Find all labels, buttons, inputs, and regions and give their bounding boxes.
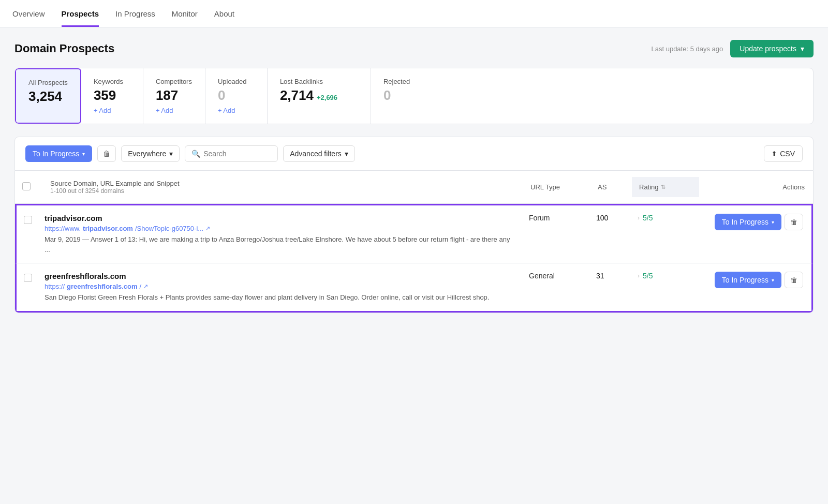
row-checkbox-cell-1	[17, 214, 37, 226]
sort-icon: ⇅	[661, 184, 666, 190]
stat-value-rejected: 0	[383, 87, 421, 103]
stat-value-lost: 2,714+2,696	[280, 87, 358, 103]
search-icon: 🔍	[191, 150, 200, 158]
stat-keywords[interactable]: Keywords 359 + Add	[81, 68, 143, 124]
nav-in-progress[interactable]: In Progress	[115, 0, 155, 27]
external-link-icon-1[interactable]: ↗	[205, 225, 210, 232]
external-link-icon-2[interactable]: ↗	[143, 283, 148, 290]
upload-icon: ⬆	[772, 150, 777, 157]
delete-button[interactable]: 🗑	[97, 145, 116, 162]
stat-label-rejected: Rejected	[383, 78, 421, 85]
nav-prospects[interactable]: Prospects	[62, 0, 99, 27]
th-source: Source Domain, URL Example and Snippet 1…	[36, 180, 523, 195]
row-checkbox-2[interactable]	[24, 274, 32, 282]
row-actions-2: To In Progress ▾ 🗑	[698, 272, 811, 288]
domain-url-1[interactable]: https://www.tripadvisor.com/ShowTopic-g6…	[45, 225, 514, 232]
stat-lost-backlinks[interactable]: Lost Backlinks 2,714+2,696	[268, 68, 371, 124]
search-input[interactable]	[203, 150, 271, 158]
chevron-down-icon: ▾	[82, 151, 85, 157]
row-actions-1: To In Progress ▾ 🗑	[698, 214, 811, 230]
domain-snippet-2: San Diego Florist Green Fresh Florals + …	[45, 292, 514, 303]
stat-add-keywords[interactable]: + Add	[94, 107, 130, 114]
stat-all-prospects[interactable]: All Prospects 3,254	[15, 68, 81, 124]
stat-uploaded[interactable]: Uploaded 0 + Add	[205, 68, 268, 124]
row-checkbox-1[interactable]	[24, 216, 32, 224]
header-row: Domain Prospects Last update: 5 days ago…	[14, 40, 814, 57]
chevron-right-icon: ›	[638, 272, 640, 279]
stat-label-competitors: Competitors	[156, 78, 193, 85]
to-in-progress-row-button-2[interactable]: To In Progress ▾	[715, 272, 781, 288]
th-as: AS	[590, 183, 632, 191]
stat-value-uploaded: 0	[218, 87, 255, 103]
th-rating[interactable]: Rating ⇅	[632, 177, 699, 197]
stat-label-keywords: Keywords	[94, 78, 130, 85]
chevron-down-icon: ▾	[169, 150, 173, 158]
row-urltype-2: General	[522, 272, 589, 280]
stat-value-keywords: 359	[94, 87, 130, 103]
chevron-down-icon: ▾	[345, 150, 348, 158]
stat-label-uploaded: Uploaded	[218, 78, 255, 85]
table-section: To In Progress ▾ 🗑 Everywhere ▾ 🔍 Advanc…	[14, 137, 814, 313]
delete-row-button-1[interactable]: 🗑	[785, 214, 803, 230]
select-all-checkbox[interactable]	[22, 182, 31, 190]
stat-label-all: All Prospects	[28, 79, 68, 86]
domain-snippet-1: Mar 9, 2019 — Answer 1 of 13: Hi, we are…	[45, 234, 514, 255]
domain-url-2[interactable]: https://greenfreshflorals.com/ ↗	[45, 283, 514, 290]
prospects-table: Source Domain, URL Example and Snippet 1…	[14, 171, 814, 313]
row-rating-2: › 5/5	[630, 272, 698, 280]
row-source-2: greenfreshflorals.com https://greenfresh…	[37, 272, 522, 303]
domain-name-1: tripadvisor.com	[45, 214, 514, 223]
table-row: greenfreshflorals.com https://greenfresh…	[15, 263, 813, 313]
top-navigation: Overview Prospects In Progress Monitor A…	[0, 0, 828, 27]
stat-label-lost: Lost Backlinks	[280, 78, 358, 85]
stat-value-competitors: 187	[156, 87, 193, 103]
row-rating-1: › 5/5	[630, 214, 698, 222]
table-row: tripadvisor.com https://www.tripadvisor.…	[15, 204, 813, 263]
table-meta: 1-100 out of 3254 domains	[50, 187, 509, 195]
stat-rejected[interactable]: Rejected 0	[371, 68, 433, 124]
th-actions: Actions	[699, 183, 813, 191]
domain-name-2: greenfreshflorals.com	[45, 272, 514, 280]
toolbar: To In Progress ▾ 🗑 Everywhere ▾ 🔍 Advanc…	[14, 137, 814, 171]
row-checkbox-cell-2	[17, 272, 37, 284]
table-header: Source Domain, URL Example and Snippet 1…	[15, 171, 813, 204]
to-in-progress-row-button-1[interactable]: To In Progress ▾	[715, 214, 781, 230]
main-content: Domain Prospects Last update: 5 days ago…	[0, 27, 828, 325]
trash-icon: 🗑	[103, 150, 110, 158]
stat-value-all: 3,254	[28, 88, 68, 105]
row-as-2: 31	[589, 272, 630, 280]
row-urltype-1: Forum	[522, 214, 589, 222]
stat-add-competitors[interactable]: + Add	[156, 107, 193, 114]
nav-monitor[interactable]: Monitor	[172, 0, 198, 27]
delete-row-button-2[interactable]: 🗑	[785, 272, 803, 288]
chevron-down-icon: ▾	[801, 45, 804, 53]
header-right: Last update: 5 days ago Update prospects…	[651, 40, 814, 57]
chevron-right-icon: ›	[638, 214, 640, 221]
page-title: Domain Prospects	[14, 42, 114, 55]
update-prospects-button[interactable]: Update prospects ▾	[730, 40, 814, 57]
stats-row: All Prospects 3,254 Keywords 359 + Add C…	[14, 68, 814, 124]
everywhere-dropdown[interactable]: Everywhere ▾	[121, 145, 180, 162]
stat-delta-lost: +2,696	[317, 94, 337, 101]
th-url-type: URL Type	[523, 183, 590, 191]
nav-about[interactable]: About	[214, 0, 234, 27]
row-as-1: 100	[589, 214, 630, 222]
trash-icon: 🗑	[790, 218, 797, 226]
stat-add-uploaded[interactable]: + Add	[218, 107, 255, 114]
advanced-filters-button[interactable]: Advanced filters ▾	[283, 145, 355, 162]
select-all-checkbox-cell	[15, 182, 36, 192]
stat-competitors[interactable]: Competitors 187 + Add	[143, 68, 205, 124]
last-update-text: Last update: 5 days ago	[651, 45, 723, 53]
to-in-progress-button[interactable]: To In Progress ▾	[25, 145, 92, 162]
row-source-1: tripadvisor.com https://www.tripadvisor.…	[37, 214, 522, 255]
trash-icon: 🗑	[790, 276, 797, 284]
chevron-down-icon: ▾	[772, 219, 774, 225]
chevron-down-icon: ▾	[772, 277, 774, 283]
search-box[interactable]: 🔍	[185, 145, 278, 162]
nav-overview[interactable]: Overview	[12, 0, 45, 27]
csv-export-button[interactable]: ⬆ CSV	[764, 145, 803, 162]
